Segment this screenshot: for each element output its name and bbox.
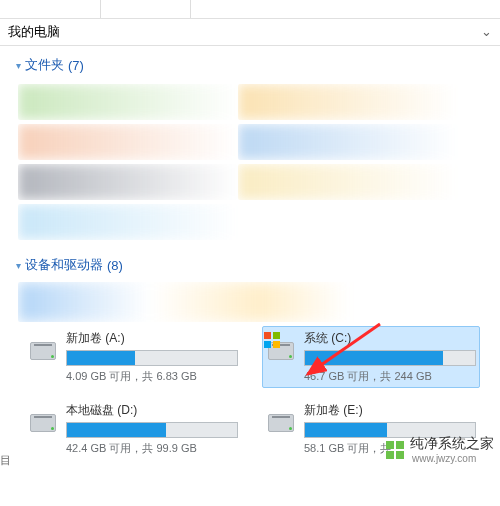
group-folders-count: (7)	[68, 58, 84, 73]
drive-usage-bar	[66, 350, 238, 366]
group-devices-header[interactable]: ▾ 设备和驱动器 (8)	[16, 256, 494, 274]
drive-icon	[266, 404, 296, 434]
statusbar-fragment: 目	[0, 453, 11, 468]
folder-item[interactable]	[18, 84, 238, 120]
watermark-url: www.jwzy.com	[412, 453, 494, 464]
drive-usage-bar	[304, 350, 476, 366]
group-folders-header[interactable]: ▾ 文件夹 (7)	[16, 56, 494, 74]
drive-item[interactable]: 系统 (C:)46.7 GB 可用，共 244 GB	[262, 326, 480, 388]
device-item-blurred[interactable]	[18, 282, 458, 322]
drive-usage-bar	[66, 422, 238, 438]
drive-icon	[28, 404, 58, 434]
watermark: 纯净系统之家 www.jwzy.com	[386, 435, 494, 464]
group-devices-count: (8)	[107, 258, 123, 273]
watermark-text: 纯净系统之家	[410, 435, 494, 453]
content-pane: ▾ 文件夹 (7) ▾ 设备和驱动器 (8) 新加卷 (A:)4.09 GB 可…	[0, 46, 500, 470]
folder-item[interactable]	[238, 124, 458, 160]
chevron-down-icon[interactable]: ⌄	[481, 19, 492, 45]
group-folders-label: 文件夹	[25, 56, 64, 74]
folder-item[interactable]	[238, 84, 458, 120]
location-title: 我的电脑	[8, 19, 60, 45]
drive-info: 系统 (C:)46.7 GB 可用，共 244 GB	[304, 330, 476, 384]
collapse-icon: ▾	[16, 260, 21, 271]
group-devices-label: 设备和驱动器	[25, 256, 103, 274]
drive-freespace: 4.09 GB 可用，共 6.83 GB	[66, 369, 238, 384]
folder-item[interactable]	[18, 124, 238, 160]
folder-item[interactable]	[238, 164, 458, 200]
drive-icon	[28, 332, 58, 362]
toolbar	[0, 0, 500, 19]
drive-name: 系统 (C:)	[304, 330, 476, 347]
drive-name: 新加卷 (E:)	[304, 402, 476, 419]
location-bar[interactable]: 我的电脑 ⌄	[0, 19, 500, 46]
drive-name: 本地磁盘 (D:)	[66, 402, 238, 419]
drive-freespace: 42.4 GB 可用，共 99.9 GB	[66, 441, 238, 456]
collapse-icon: ▾	[16, 60, 21, 71]
drive-icon	[266, 332, 296, 362]
watermark-logo-icon	[386, 441, 404, 459]
drive-name: 新加卷 (A:)	[66, 330, 238, 347]
folders-grid	[6, 82, 494, 242]
folder-item[interactable]	[18, 164, 238, 200]
drive-freespace: 46.7 GB 可用，共 244 GB	[304, 369, 476, 384]
folder-item[interactable]	[18, 204, 238, 240]
drive-item[interactable]: 本地磁盘 (D:)42.4 GB 可用，共 99.9 GB	[24, 398, 242, 460]
drive-item[interactable]: 新加卷 (A:)4.09 GB 可用，共 6.83 GB	[24, 326, 242, 388]
drive-info: 本地磁盘 (D:)42.4 GB 可用，共 99.9 GB	[66, 402, 238, 456]
drive-info: 新加卷 (A:)4.09 GB 可用，共 6.83 GB	[66, 330, 238, 384]
